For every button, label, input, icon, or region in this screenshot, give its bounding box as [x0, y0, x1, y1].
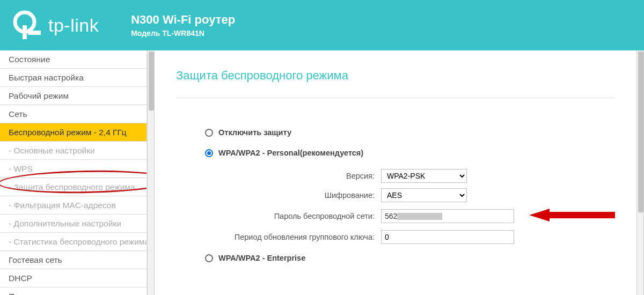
password-masked-part: [397, 213, 442, 220]
svg-rect-1: [23, 25, 27, 39]
svg-marker-3: [529, 209, 615, 222]
nav-sub-mac-filter[interactable]: - Фильтрация MAC-адресов: [0, 196, 147, 215]
product-model: Модель TL-WR841N: [131, 29, 235, 38]
select-encryption[interactable]: AES: [381, 188, 467, 202]
nav-item-forwarding[interactable]: Переадресация: [0, 287, 147, 295]
scrollbar-left[interactable]: [147, 50, 155, 295]
scrollbar-right[interactable]: [636, 50, 644, 295]
nav-item-quick-setup[interactable]: Быстрая настройка: [0, 69, 147, 87]
divider: [176, 98, 615, 98]
radio-wpa-enterprise[interactable]: WPA/WPA2 - Enterprise: [205, 254, 615, 262]
tp-link-logo-icon: [13, 9, 45, 41]
input-wireless-password[interactable]: 562: [381, 209, 514, 223]
product-title: N300 Wi-Fi роутер: [131, 13, 235, 27]
product-info: N300 Wi-Fi роутер Модель TL-WR841N: [131, 13, 235, 38]
main-content: Защита беспроводного режима Отключить за…: [155, 50, 636, 295]
label-encryption: Шифрование:: [176, 191, 381, 200]
nav-item-network[interactable]: Сеть: [0, 105, 147, 123]
nav-sub-basic[interactable]: - Основные настройки: [0, 142, 147, 160]
nav-item-dhcp[interactable]: DHCP: [0, 269, 147, 287]
radio-icon: [205, 129, 213, 137]
radio-label: WPA/WPA2 - Enterprise: [218, 254, 305, 262]
nav-item-guest[interactable]: Гостевая сеть: [0, 251, 147, 269]
radio-label: Отключить защиту: [218, 128, 291, 137]
select-version[interactable]: WPA2-PSK: [381, 169, 467, 183]
label-group-key-update: Период обновления группового ключа:: [176, 233, 381, 241]
nav-item-operation-mode[interactable]: Рабочий режим: [0, 87, 147, 105]
radio-wpa-personal[interactable]: WPA/WPA2 - Personal(рекомендуется): [205, 149, 615, 157]
nav-sub-wireless-security[interactable]: - Защита беспроводного режима: [0, 178, 147, 196]
label-version: Версия:: [176, 172, 381, 180]
radio-icon: [205, 254, 213, 262]
label-wireless-password: Пароль беспроводной сети:: [176, 212, 381, 220]
nav-item-status[interactable]: Состояние: [0, 50, 147, 69]
nav-sub-advanced[interactable]: - Дополнительные настройки: [0, 215, 147, 233]
nav-sub-wps[interactable]: - WPS: [0, 160, 147, 178]
app-header: tp-link N300 Wi-Fi роутер Модель TL-WR84…: [0, 0, 644, 50]
brand-name: tp-link: [48, 15, 99, 36]
svg-rect-2: [28, 31, 41, 35]
input-group-key-update[interactable]: [381, 230, 514, 244]
nav-item-wireless-24[interactable]: Беспроводной режим - 2,4 ГГц: [0, 123, 147, 142]
radio-icon-checked: [205, 149, 213, 157]
page-title: Защита беспроводного режима: [176, 69, 615, 83]
radio-disable-security[interactable]: Отключить защиту: [205, 128, 615, 137]
radio-label: WPA/WPA2 - Personal(рекомендуется): [218, 149, 363, 157]
password-visible-prefix: 562: [385, 212, 397, 220]
brand-logo: tp-link: [13, 9, 99, 41]
nav-sub-stats[interactable]: - Статистика беспроводного режима: [0, 233, 147, 251]
annotation-arrow-icon: [529, 208, 615, 225]
sidebar-nav: Состояние Быстрая настройка Рабочий режи…: [0, 50, 147, 295]
